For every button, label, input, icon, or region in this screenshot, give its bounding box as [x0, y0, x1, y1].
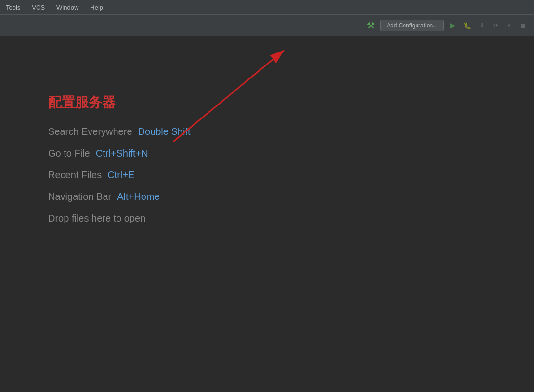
debug-icon: 🐛	[463, 22, 471, 29]
toolbar: ⚒ Add Configuration... ▶ 🐛 ⇩ ⟳ ▼ ⏹	[0, 14, 534, 36]
coverage-icon: ⇩	[479, 21, 485, 30]
hint-goto-file: Go to File Ctrl+Shift+N	[48, 148, 534, 159]
profile-icon: ⟳	[493, 22, 499, 29]
dropdown-icon: ▼	[507, 23, 512, 28]
coverage-button[interactable]: ⇩	[477, 19, 487, 32]
hint-search-everywhere: Search Everywhere Double Shift	[48, 126, 534, 137]
main-content: 配置服务器 Search Everywhere Double Shift Go …	[0, 36, 534, 392]
hint-shortcut-search: Double Shift	[138, 126, 191, 137]
menu-window[interactable]: Window	[54, 3, 80, 12]
menu-help[interactable]: Help	[88, 3, 105, 12]
hammer-icon: ⚒	[367, 20, 375, 31]
hint-recent-files: Recent Files Ctrl+E	[48, 170, 534, 181]
menu-vcs[interactable]: VCS	[30, 3, 47, 12]
dropdown-button[interactable]: ▼	[505, 21, 514, 30]
hint-shortcut-recent: Ctrl+E	[107, 170, 134, 181]
hint-label-recent: Recent Files	[48, 170, 102, 181]
hint-label-nav: Navigation Bar	[48, 191, 111, 202]
menu-bar: Tools VCS Window Help	[0, 0, 534, 14]
drop-files-label: Drop files here to open	[48, 213, 534, 224]
hint-shortcut-nav: Alt+Home	[117, 191, 159, 202]
chinese-title: 配置服务器	[48, 93, 534, 112]
hint-shortcut-goto: Ctrl+Shift+N	[96, 148, 148, 159]
add-configuration-button[interactable]: Add Configuration...	[380, 20, 444, 31]
run-button[interactable]: ▶	[448, 19, 457, 32]
stop-icon: ⏹	[520, 22, 526, 29]
profile-button[interactable]: ⟳	[491, 20, 501, 31]
hint-label-goto: Go to File	[48, 148, 90, 159]
run-icon: ▶	[450, 21, 456, 30]
menu-tools[interactable]: Tools	[4, 3, 22, 12]
debug-button[interactable]: 🐛	[461, 20, 473, 31]
hint-nav-bar: Navigation Bar Alt+Home	[48, 191, 534, 202]
hint-label-search: Search Everywhere	[48, 126, 132, 137]
stop-button[interactable]: ⏹	[518, 20, 528, 31]
